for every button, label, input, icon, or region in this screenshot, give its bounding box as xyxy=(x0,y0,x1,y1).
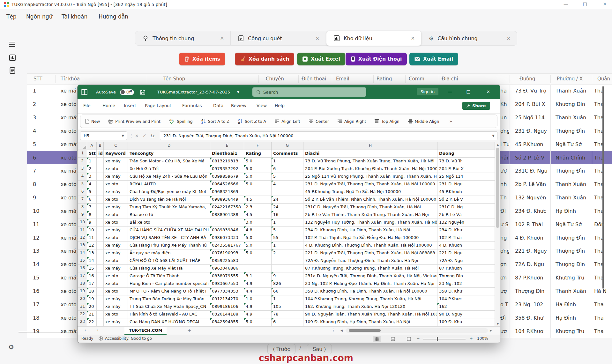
cell-f[interactable]: 4.4 xyxy=(244,288,272,295)
cell-i[interactable]: 162 xyxy=(437,303,478,311)
formula-input[interactable]: 231 Đ. Nguyễn Trãi, Thượng Đình, Thanh X… xyxy=(160,131,497,140)
cell-e[interactable]: 0399859679 xyxy=(210,173,244,181)
cell-j[interactable] xyxy=(478,242,495,249)
cell-g[interactable]: 105 xyxy=(272,303,303,311)
cell-c[interactable]: xe máy xyxy=(104,173,128,181)
row-number[interactable]: 19 xyxy=(78,288,87,295)
cell-b[interactable] xyxy=(97,173,104,181)
cell-b[interactable] xyxy=(97,165,104,173)
cell-f[interactable]: 4.9 xyxy=(244,280,272,288)
cell-a[interactable]: 5 xyxy=(87,188,97,196)
cell-c[interactable]: xe máy xyxy=(104,318,128,326)
header-cell-h[interactable]: Diachi xyxy=(303,150,437,158)
cell-b[interactable] xyxy=(97,303,104,311)
cell-f[interactable]: 5.0 xyxy=(244,249,272,257)
cell-g[interactable]: 9 xyxy=(272,272,303,280)
cell-b[interactable] xyxy=(97,272,104,280)
cell-e[interactable]: 02435581767 xyxy=(210,242,244,249)
row-number[interactable]: 7 xyxy=(78,196,87,204)
cell-j[interactable] xyxy=(478,311,495,318)
hscroll-right-icon[interactable]: ▶ xyxy=(490,329,492,332)
cell-f[interactable]: 4.5 xyxy=(244,196,272,204)
cell-b[interactable] xyxy=(97,196,104,204)
cell-j[interactable] xyxy=(478,234,495,242)
cell-e[interactable]: 0912134270 xyxy=(210,295,244,303)
cell-d[interactable]: Rửa xe ô tô xyxy=(128,211,210,219)
cell-h[interactable]: 90 Đ. Nguyễn Tuân, Thanh Xuân Trung, Tha… xyxy=(303,311,437,318)
header-cell-d[interactable]: Tencongty xyxy=(128,150,210,158)
cell-f[interactable]: 3.1 xyxy=(244,272,272,280)
cell-a[interactable]: 20 xyxy=(87,303,97,311)
cell-j[interactable] xyxy=(478,303,495,311)
header-cell-e[interactable]: Dienthoai1 xyxy=(210,150,244,158)
cell-i[interactable]: 72A Đ. Ngu xyxy=(437,257,478,265)
toolbar-spell[interactable]: abcSpelling xyxy=(169,119,193,124)
autosave-toggle[interactable]: Off xyxy=(117,85,134,99)
cell-g[interactable]: 1 xyxy=(272,158,303,165)
cell-c[interactable]: xe máy xyxy=(104,204,128,211)
cell-j[interactable] xyxy=(478,219,495,227)
cell-h[interactable]: 87 P.Khương Trung, Khương Trung, Thanh X… xyxy=(303,265,437,272)
row-number[interactable]: 16 xyxy=(78,265,87,272)
select-all-cell[interactable] xyxy=(78,142,87,150)
cell-b[interactable] xyxy=(97,257,104,265)
cell-b[interactable] xyxy=(97,181,104,188)
cell-h[interactable]: 23 Ng. 102 P. Hoàng Đạo Thành, Hạ Đình, … xyxy=(303,280,437,288)
cell-j[interactable] xyxy=(478,295,495,303)
cell-i[interactable]: 4 Đ. Khươn xyxy=(437,242,478,249)
cell-g[interactable]: 5 xyxy=(272,173,303,181)
cell-j[interactable] xyxy=(478,158,495,165)
formula-enter-icon[interactable]: ✓ xyxy=(143,133,146,138)
cell-e[interactable]: 0963046886 xyxy=(210,265,244,272)
cell-j[interactable] xyxy=(478,288,495,295)
cell-c[interactable]: xe oto xyxy=(104,311,128,318)
cell-h[interactable]: 231C Đ. Nguyễn Trãi, Thượng Đình, Thanh … xyxy=(303,204,437,211)
excel-menu-view[interactable]: View xyxy=(257,103,267,108)
cell-j[interactable] xyxy=(478,196,495,204)
cell-e[interactable]: 02422167358 xyxy=(210,204,244,211)
cell-b[interactable] xyxy=(97,158,104,165)
cell-b[interactable] xyxy=(97,249,104,257)
cell-b[interactable] xyxy=(97,211,104,219)
sign-in-button[interactable]: Sign in xyxy=(417,88,438,95)
cell-e[interactable]: 0326144188 xyxy=(210,311,244,318)
cell-b[interactable] xyxy=(97,219,104,227)
cell-a[interactable]: 4 xyxy=(87,181,97,188)
cell-c[interactable]: xe máy xyxy=(104,227,128,234)
cell-f[interactable]: 5.0 xyxy=(244,165,272,173)
column-letter-A[interactable]: A xyxy=(87,142,97,150)
zoom-out-icon[interactable]: − xyxy=(416,336,420,341)
cell-e[interactable]: 0976190993 xyxy=(210,249,244,257)
cell-j[interactable] xyxy=(478,257,495,265)
cell-h[interactable]: 132 Nguyễn Huy Tưởng, Thanh Xuân Trung, … xyxy=(303,219,437,227)
cell-j[interactable] xyxy=(478,280,495,288)
cell-c[interactable]: xe oto xyxy=(104,234,128,242)
cell-a[interactable]: 10 xyxy=(87,227,97,234)
cell-c[interactable]: xe máy xyxy=(104,188,128,196)
zoom-slider-thumb[interactable] xyxy=(437,337,438,341)
column-letter-G[interactable]: G xyxy=(272,142,303,150)
cell-b[interactable] xyxy=(97,265,104,272)
excel-menu-insert[interactable]: Insert xyxy=(124,103,136,108)
row-number[interactable]: 18 xyxy=(78,280,87,288)
cell-d[interactable]: Trung Tâm Kỹ Thuật Xe Máy Yamaha, xyxy=(128,204,210,211)
cell-c[interactable]: xe máy xyxy=(104,242,128,249)
cell-f[interactable]: 5.0 xyxy=(244,173,272,181)
cell-c[interactable]: xe oto xyxy=(104,181,128,188)
cell-h[interactable]: 231 Đ. Nguyễn Trãi, Thượng Đình, Thanh X… xyxy=(303,181,437,188)
name-box[interactable]: H5▼ xyxy=(80,131,127,140)
cell-i[interactable]: 109 Đ. Khu xyxy=(437,318,478,326)
save-icon[interactable] xyxy=(140,85,145,99)
cell-j[interactable] xyxy=(478,204,495,211)
cell-e[interactable]: 0813219313 xyxy=(210,158,244,165)
cell-g[interactable]: 1 xyxy=(272,219,303,227)
excel-menu-page-layout[interactable]: Page Layout xyxy=(145,103,171,108)
formula-cancel-icon[interactable]: × xyxy=(135,133,139,138)
cell-b[interactable] xyxy=(97,288,104,295)
row-number[interactable]: 4 xyxy=(78,173,87,181)
cell-j[interactable] xyxy=(478,318,495,326)
cell-c[interactable]: xe oto xyxy=(104,165,128,173)
cell-j[interactable] xyxy=(478,265,495,272)
cell-e[interactable]: 0964526666 xyxy=(210,181,244,188)
cell-i[interactable]: 231 Đ. Ngu xyxy=(437,181,478,188)
